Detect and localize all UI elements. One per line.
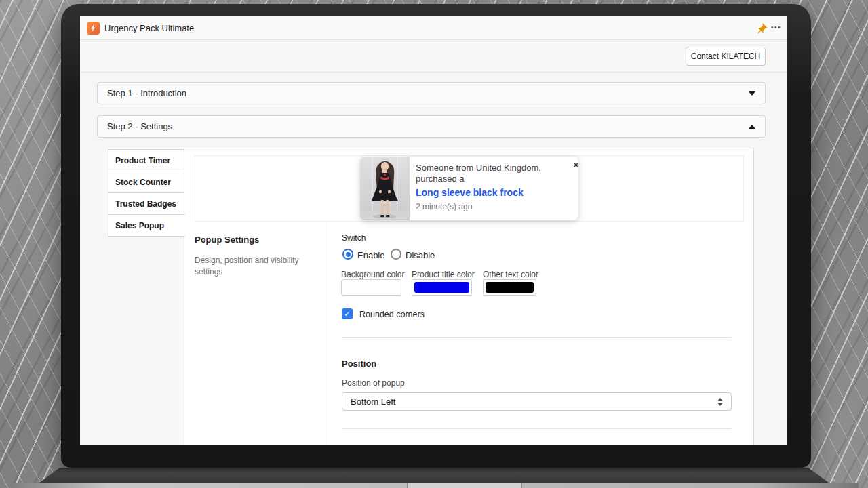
- accordion-step2-label: Step 2 - Settings: [107, 121, 172, 131]
- switch-label: Switch: [342, 233, 366, 243]
- accordion-step2-settings[interactable]: Step 2 - Settings: [97, 115, 766, 138]
- position-select-value: Bottom Left: [351, 396, 395, 407]
- laptop-lid-notch: [407, 483, 522, 488]
- close-icon[interactable]: ×: [573, 158, 578, 173]
- column-divider: [330, 222, 330, 445]
- contact-kilatech-button[interactable]: Contact KILATECH: [686, 47, 766, 66]
- sidebar-tab-stock-counter[interactable]: Stock Counter: [108, 171, 184, 193]
- sidebar-tab-trusted-badges[interactable]: Trusted Badges: [108, 192, 184, 215]
- position-select[interactable]: Bottom Left: [342, 392, 732, 411]
- chevron-down-icon: [749, 92, 755, 96]
- popup-content: Someone from United Kingdom, purchased a…: [410, 157, 578, 220]
- updown-arrows-icon: [717, 398, 723, 406]
- accordion-step1-introduction[interactable]: Step 1 - Introduction: [97, 82, 766, 104]
- color-pill: [344, 282, 399, 293]
- rounded-corners-checkbox[interactable]: ✓: [342, 308, 353, 319]
- section-divider: [342, 428, 732, 429]
- popup-settings-description: Design, position and visibility settings: [195, 255, 304, 279]
- app-window: Urgency Pack Ultimate ••• Contact KILATE…: [80, 16, 787, 445]
- color-pill: [414, 282, 469, 293]
- color-pill: [486, 282, 534, 293]
- page-header: [80, 40, 787, 73]
- disable-radio[interactable]: [391, 249, 401, 260]
- app-title: Urgency Pack Ultimate: [104, 16, 194, 40]
- enable-radio-label[interactable]: Enable: [357, 250, 384, 260]
- position-section-title: Position: [342, 359, 376, 369]
- lightning-icon: [87, 22, 100, 35]
- accordion-step1-label: Step 1 - Introduction: [107, 88, 186, 98]
- background-color-swatch[interactable]: [341, 279, 401, 296]
- product-title-color-label: Product title color: [412, 270, 475, 279]
- disable-radio-label[interactable]: Disable: [406, 250, 435, 260]
- popup-settings-title: Popup Settings: [195, 235, 259, 245]
- popup-product-link[interactable]: Long sleeve black frock: [416, 187, 568, 198]
- position-of-popup-label: Position of popup: [342, 378, 405, 388]
- product-title-color-swatch[interactable]: [412, 279, 472, 296]
- other-text-color-label: Other text color: [483, 270, 538, 279]
- tab-label: Trusted Badges: [115, 199, 176, 209]
- pin-icon[interactable]: [756, 22, 768, 35]
- sidebar-tab-sales-popup[interactable]: Sales Popup: [108, 214, 185, 237]
- laptop-hinge: [39, 468, 829, 483]
- overflow-menu-button[interactable]: •••: [771, 16, 781, 40]
- section-divider: [342, 337, 732, 338]
- desktop-background: Urgency Pack Ultimate ••• Contact KILATE…: [0, 0, 868, 488]
- popup-timestamp: 2 minute(s) ago: [416, 202, 568, 211]
- rounded-corners-label[interactable]: Rounded corners: [359, 310, 425, 319]
- background-color-label: Background color: [341, 270, 404, 279]
- tab-label: Sales Popup: [115, 221, 164, 230]
- sidebar-tab-product-timer[interactable]: Product Timer: [108, 149, 184, 171]
- other-text-color-swatch[interactable]: [483, 279, 536, 296]
- enable-radio[interactable]: [342, 249, 353, 260]
- tab-label: Product Timer: [115, 156, 170, 165]
- tab-label: Stock Counter: [115, 178, 171, 187]
- product-photo: [360, 157, 410, 220]
- sales-popup-preview: Someone from United Kingdom, purchased a…: [360, 157, 578, 220]
- popup-message: Someone from United Kingdom, purchased a: [416, 163, 568, 184]
- chevron-up-icon: [749, 125, 755, 129]
